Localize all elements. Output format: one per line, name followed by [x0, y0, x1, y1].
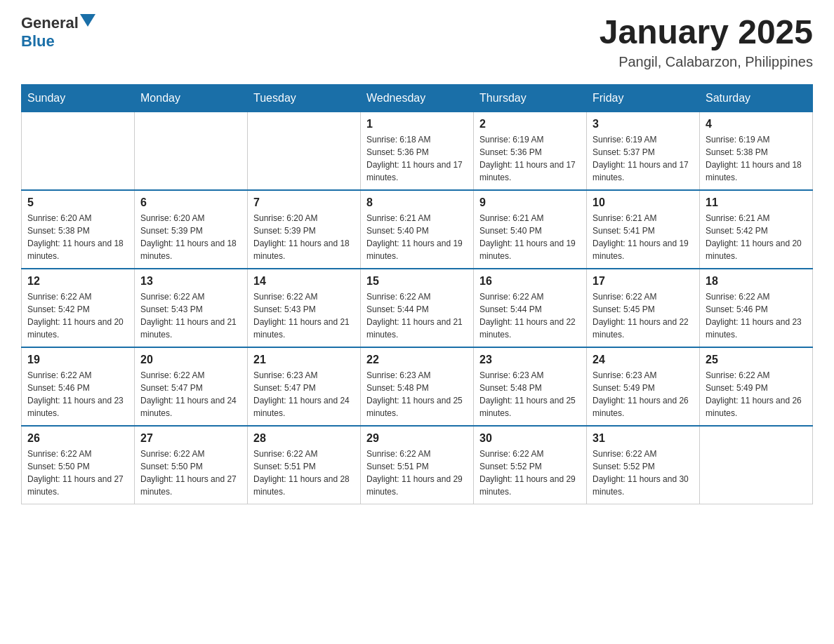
- day-number: 12: [27, 275, 128, 288]
- day-number: 13: [140, 275, 241, 288]
- day-number: 27: [140, 432, 241, 445]
- day-info: Sunrise: 6:23 AMSunset: 5:48 PMDaylight:…: [366, 369, 468, 420]
- calendar-cell: [22, 112, 135, 190]
- page-header: General Blue January 2025 Pangil, Calaba…: [21, 14, 813, 70]
- day-number: 16: [479, 275, 581, 288]
- calendar-cell: 28Sunrise: 6:22 AMSunset: 5:51 PMDayligh…: [248, 426, 361, 504]
- calendar-cell: [248, 112, 361, 190]
- day-number: 23: [479, 354, 581, 366]
- day-info: Sunrise: 6:22 AMSunset: 5:45 PMDaylight:…: [593, 290, 694, 341]
- day-info: Sunrise: 6:22 AMSunset: 5:52 PMDaylight:…: [479, 448, 581, 498]
- calendar-cell: 13Sunrise: 6:22 AMSunset: 5:43 PMDayligh…: [135, 269, 248, 347]
- calendar-header-monday: Monday: [135, 84, 248, 112]
- calendar-week-row: 26Sunrise: 6:22 AMSunset: 5:50 PMDayligh…: [22, 426, 813, 504]
- calendar-cell: 24Sunrise: 6:23 AMSunset: 5:49 PMDayligh…: [587, 347, 700, 426]
- calendar-week-row: 1Sunrise: 6:18 AMSunset: 5:36 PMDaylight…: [22, 112, 813, 190]
- logo: General Blue: [21, 14, 95, 51]
- day-number: 31: [593, 432, 694, 445]
- calendar-cell: 2Sunrise: 6:19 AMSunset: 5:36 PMDaylight…: [474, 112, 587, 190]
- day-number: 6: [140, 196, 241, 209]
- day-number: 9: [479, 196, 581, 209]
- calendar-cell: 4Sunrise: 6:19 AMSunset: 5:38 PMDaylight…: [700, 112, 813, 190]
- calendar-cell: [700, 426, 813, 504]
- day-info: Sunrise: 6:22 AMSunset: 5:42 PMDaylight:…: [27, 290, 128, 341]
- day-info: Sunrise: 6:21 AMSunset: 5:41 PMDaylight:…: [593, 212, 694, 262]
- calendar-header-friday: Friday: [587, 84, 700, 112]
- calendar-cell: 31Sunrise: 6:22 AMSunset: 5:52 PMDayligh…: [587, 426, 700, 504]
- calendar-cell: 6Sunrise: 6:20 AMSunset: 5:39 PMDaylight…: [135, 190, 248, 269]
- calendar-cell: 19Sunrise: 6:22 AMSunset: 5:46 PMDayligh…: [22, 347, 135, 426]
- day-info: Sunrise: 6:19 AMSunset: 5:36 PMDaylight:…: [479, 133, 581, 184]
- day-number: 26: [27, 432, 128, 445]
- day-info: Sunrise: 6:22 AMSunset: 5:46 PMDaylight:…: [706, 290, 807, 341]
- calendar-cell: 16Sunrise: 6:22 AMSunset: 5:44 PMDayligh…: [474, 269, 587, 347]
- calendar-header-sunday: Sunday: [22, 84, 135, 112]
- day-info: Sunrise: 6:23 AMSunset: 5:48 PMDaylight:…: [479, 369, 581, 420]
- calendar-cell: 23Sunrise: 6:23 AMSunset: 5:48 PMDayligh…: [474, 347, 587, 426]
- calendar-cell: 26Sunrise: 6:22 AMSunset: 5:50 PMDayligh…: [22, 426, 135, 504]
- calendar-cell: 3Sunrise: 6:19 AMSunset: 5:37 PMDaylight…: [587, 112, 700, 190]
- calendar-cell: 20Sunrise: 6:22 AMSunset: 5:47 PMDayligh…: [135, 347, 248, 426]
- day-info: Sunrise: 6:22 AMSunset: 5:43 PMDaylight:…: [253, 290, 355, 341]
- day-info: Sunrise: 6:18 AMSunset: 5:36 PMDaylight:…: [366, 133, 468, 184]
- day-number: 28: [253, 432, 355, 445]
- calendar-header-thursday: Thursday: [474, 84, 587, 112]
- calendar-cell: 8Sunrise: 6:21 AMSunset: 5:40 PMDaylight…: [361, 190, 474, 269]
- calendar-cell: 9Sunrise: 6:21 AMSunset: 5:40 PMDaylight…: [474, 190, 587, 269]
- calendar-week-row: 12Sunrise: 6:22 AMSunset: 5:42 PMDayligh…: [22, 269, 813, 347]
- calendar-cell: 17Sunrise: 6:22 AMSunset: 5:45 PMDayligh…: [587, 269, 700, 347]
- day-info: Sunrise: 6:19 AMSunset: 5:38 PMDaylight:…: [706, 133, 807, 184]
- day-info: Sunrise: 6:20 AMSunset: 5:39 PMDaylight:…: [253, 212, 355, 262]
- calendar-header-wednesday: Wednesday: [361, 84, 474, 112]
- calendar-table: SundayMondayTuesdayWednesdayThursdayFrid…: [21, 84, 813, 504]
- calendar-cell: 12Sunrise: 6:22 AMSunset: 5:42 PMDayligh…: [22, 269, 135, 347]
- calendar-cell: 15Sunrise: 6:22 AMSunset: 5:44 PMDayligh…: [361, 269, 474, 347]
- day-info: Sunrise: 6:22 AMSunset: 5:50 PMDaylight:…: [140, 448, 241, 498]
- day-number: 21: [253, 354, 355, 366]
- day-number: 20: [140, 354, 241, 366]
- logo-general: General: [21, 14, 79, 32]
- day-number: 8: [366, 196, 468, 209]
- calendar-week-row: 19Sunrise: 6:22 AMSunset: 5:46 PMDayligh…: [22, 347, 813, 426]
- calendar-cell: 25Sunrise: 6:22 AMSunset: 5:49 PMDayligh…: [700, 347, 813, 426]
- calendar-cell: 22Sunrise: 6:23 AMSunset: 5:48 PMDayligh…: [361, 347, 474, 426]
- calendar-cell: 27Sunrise: 6:22 AMSunset: 5:50 PMDayligh…: [135, 426, 248, 504]
- day-info: Sunrise: 6:22 AMSunset: 5:46 PMDaylight:…: [27, 369, 128, 420]
- calendar-cell: 29Sunrise: 6:22 AMSunset: 5:51 PMDayligh…: [361, 426, 474, 504]
- calendar-cell: 10Sunrise: 6:21 AMSunset: 5:41 PMDayligh…: [587, 190, 700, 269]
- calendar-cell: 14Sunrise: 6:22 AMSunset: 5:43 PMDayligh…: [248, 269, 361, 347]
- day-number: 4: [706, 118, 807, 130]
- svg-marker-0: [80, 14, 95, 27]
- day-info: Sunrise: 6:20 AMSunset: 5:38 PMDaylight:…: [27, 212, 128, 262]
- day-number: 7: [253, 196, 355, 209]
- day-number: 30: [479, 432, 581, 445]
- day-number: 17: [593, 275, 694, 288]
- calendar-cell: [135, 112, 248, 190]
- day-number: 11: [706, 196, 807, 209]
- month-title: January 2025: [600, 14, 813, 51]
- calendar-cell: 5Sunrise: 6:20 AMSunset: 5:38 PMDaylight…: [22, 190, 135, 269]
- day-number: 18: [706, 275, 807, 288]
- day-info: Sunrise: 6:22 AMSunset: 5:43 PMDaylight:…: [140, 290, 241, 341]
- calendar-cell: 30Sunrise: 6:22 AMSunset: 5:52 PMDayligh…: [474, 426, 587, 504]
- day-info: Sunrise: 6:22 AMSunset: 5:49 PMDaylight:…: [706, 369, 807, 420]
- day-info: Sunrise: 6:21 AMSunset: 5:40 PMDaylight:…: [366, 212, 468, 262]
- calendar-cell: 11Sunrise: 6:21 AMSunset: 5:42 PMDayligh…: [700, 190, 813, 269]
- day-number: 22: [366, 354, 468, 366]
- day-info: Sunrise: 6:22 AMSunset: 5:51 PMDaylight:…: [253, 448, 355, 498]
- calendar-header-saturday: Saturday: [700, 84, 813, 112]
- day-info: Sunrise: 6:21 AMSunset: 5:42 PMDaylight:…: [706, 212, 807, 262]
- title-section: January 2025 Pangil, Calabarzon, Philipp…: [600, 14, 813, 70]
- calendar-header-row: SundayMondayTuesdayWednesdayThursdayFrid…: [22, 84, 813, 112]
- day-info: Sunrise: 6:22 AMSunset: 5:52 PMDaylight:…: [593, 448, 694, 498]
- day-number: 25: [706, 354, 807, 366]
- day-number: 19: [27, 354, 128, 366]
- calendar-header-tuesday: Tuesday: [248, 84, 361, 112]
- day-number: 5: [27, 196, 128, 209]
- calendar-cell: 21Sunrise: 6:23 AMSunset: 5:47 PMDayligh…: [248, 347, 361, 426]
- calendar-cell: 18Sunrise: 6:22 AMSunset: 5:46 PMDayligh…: [700, 269, 813, 347]
- day-info: Sunrise: 6:21 AMSunset: 5:40 PMDaylight:…: [479, 212, 581, 262]
- day-info: Sunrise: 6:22 AMSunset: 5:50 PMDaylight:…: [27, 448, 128, 498]
- calendar-cell: 7Sunrise: 6:20 AMSunset: 5:39 PMDaylight…: [248, 190, 361, 269]
- logo-blue: Blue: [21, 32, 55, 50]
